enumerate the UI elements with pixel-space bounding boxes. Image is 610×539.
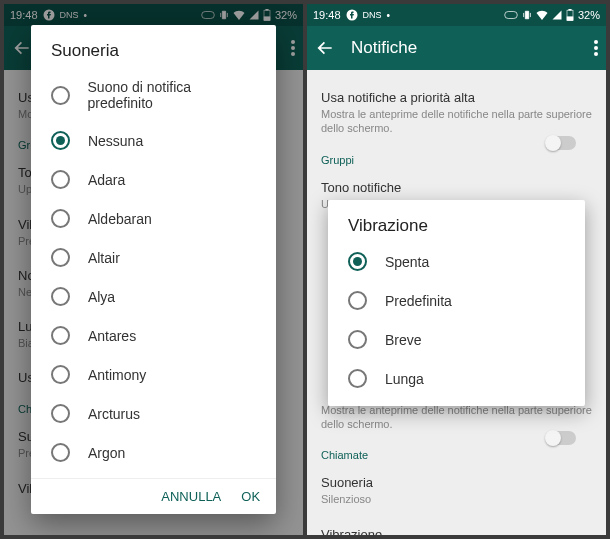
page-title: Notifiche xyxy=(351,38,578,58)
radio-icon xyxy=(348,252,367,271)
ok-button[interactable]: OK xyxy=(241,489,260,504)
radio-label: Spenta xyxy=(385,254,429,270)
app-bar: Notifiche xyxy=(307,26,606,70)
toggle[interactable] xyxy=(546,136,576,150)
radio-option[interactable]: Adara xyxy=(37,160,270,199)
facebook-icon xyxy=(346,9,358,21)
svg-point-15 xyxy=(594,52,598,56)
radio-option[interactable]: Spenta xyxy=(334,242,579,281)
dialog-title: Suoneria xyxy=(31,25,276,69)
overflow-icon[interactable] xyxy=(594,40,598,56)
battery-pct: 32% xyxy=(578,9,600,21)
radio-label: Breve xyxy=(385,332,422,348)
svg-rect-11 xyxy=(569,9,571,10)
vibration-dialog: Vibrazione SpentaPredefinitaBreveLunga xyxy=(328,200,585,406)
vibrate-icon xyxy=(522,10,532,20)
radio-option[interactable]: Lunga xyxy=(334,359,579,398)
radio-label: Aldebaran xyxy=(88,211,152,227)
cancel-button[interactable]: ANNULLA xyxy=(161,489,221,504)
radio-option[interactable]: Predefinita xyxy=(334,281,579,320)
radio-option[interactable]: Altair xyxy=(37,238,270,277)
radio-option[interactable]: Arcturus xyxy=(37,394,270,433)
radio-label: Nessuna xyxy=(88,133,143,149)
radio-icon xyxy=(51,86,70,105)
radio-icon xyxy=(51,404,70,423)
svg-point-13 xyxy=(594,40,598,44)
radio-option[interactable]: Suono di notifica predefinito xyxy=(37,69,270,121)
radio-label: Arcturus xyxy=(88,406,140,422)
radio-icon xyxy=(51,326,70,345)
phone-right: 19:48 DNS • 32% Notifiche Usa notifiche … xyxy=(307,4,606,535)
svg-rect-12 xyxy=(567,17,573,21)
radio-label: Lunga xyxy=(385,371,424,387)
radio-icon xyxy=(348,369,367,388)
radio-label: Antares xyxy=(88,328,136,344)
radio-icon xyxy=(51,170,70,189)
dialog-scrim[interactable]: Suoneria Suono di notifica predefinitoNe… xyxy=(4,4,303,535)
radio-option[interactable]: Aldebaran xyxy=(37,199,270,238)
back-icon[interactable] xyxy=(315,38,335,58)
vpn-icon xyxy=(504,10,518,20)
radio-option[interactable]: Antimony xyxy=(37,355,270,394)
radio-icon xyxy=(348,330,367,349)
svg-point-14 xyxy=(594,46,598,50)
wifi-icon xyxy=(536,10,548,20)
radio-option[interactable]: Alya xyxy=(37,277,270,316)
radio-option[interactable]: Antares xyxy=(37,316,270,355)
radio-option[interactable]: Argon xyxy=(37,433,270,472)
radio-label: Alya xyxy=(88,289,115,305)
radio-icon xyxy=(51,131,70,150)
toggle[interactable] xyxy=(546,431,576,445)
radio-icon xyxy=(51,365,70,384)
radio-icon xyxy=(51,287,70,306)
battery-icon xyxy=(566,9,574,21)
signal-icon xyxy=(552,10,562,20)
ringtone-dialog: Suoneria Suono di notifica predefinitoNe… xyxy=(31,25,276,514)
radio-icon xyxy=(51,209,70,228)
svg-rect-9 xyxy=(505,12,518,19)
radio-label: Antimony xyxy=(88,367,146,383)
ringtone-setting[interactable]: Suoneria Silenzioso xyxy=(321,465,592,516)
ringtone-list[interactable]: Suono di notifica predefinitoNessunaAdar… xyxy=(31,69,276,478)
vibration-list[interactable]: SpentaPredefinitaBreveLunga xyxy=(334,242,579,398)
vibration-setting[interactable]: Vibrazione Spenta xyxy=(321,517,592,535)
radio-label: Suono di notifica predefinito xyxy=(88,79,257,111)
clock: 19:48 xyxy=(313,9,341,21)
priority-notif-setting[interactable]: Usa notifiche a priorità alta Mostra le … xyxy=(321,80,592,146)
dialog-title: Vibrazione xyxy=(334,210,579,242)
radio-icon xyxy=(348,291,367,310)
carrier: DNS xyxy=(363,10,382,20)
status-bar: 19:48 DNS • 32% xyxy=(307,4,606,26)
radio-label: Predefinita xyxy=(385,293,452,309)
dialog-actions: ANNULLA OK xyxy=(31,478,276,514)
radio-option[interactable]: Breve xyxy=(334,320,579,359)
radio-option[interactable]: Nessuna xyxy=(37,121,270,160)
radio-label: Adara xyxy=(88,172,125,188)
dot-icon: • xyxy=(387,10,391,21)
radio-icon xyxy=(51,443,70,462)
radio-label: Altair xyxy=(88,250,120,266)
phone-left: 19:48 DNS • 32% Usa no...Mostra le... Gr… xyxy=(4,4,303,535)
radio-label: Argon xyxy=(88,445,125,461)
radio-icon xyxy=(51,248,70,267)
